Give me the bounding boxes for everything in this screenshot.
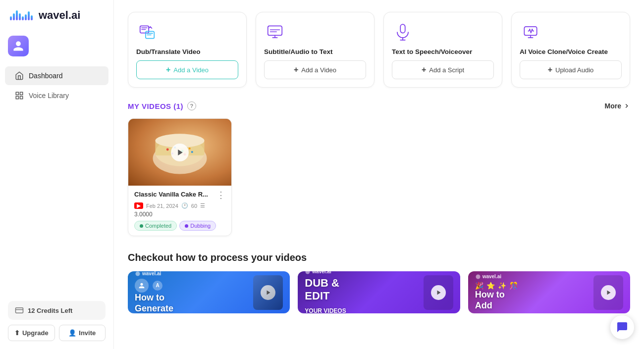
- tutorial-card-add[interactable]: wavel.ai 🎉 ⭐ ✨ 🎊 How toAdd: [468, 271, 630, 313]
- video-date: Feb 21, 2024: [146, 203, 178, 209]
- logo-waves-icon: [10, 10, 33, 20]
- dubbing-dot: [185, 224, 188, 228]
- credits-label: 12 Credits Left: [28, 307, 72, 314]
- subtitle-btn-label: Add a Video: [301, 66, 336, 74]
- my-videos-section-header: MY VIDEOS (1) ? More: [128, 101, 630, 110]
- tts-icon: [392, 21, 414, 43]
- tts-btn[interactable]: + Add a Script: [392, 60, 494, 79]
- wavel-logo-3: wavel.ai: [475, 274, 593, 280]
- svg-rect-3: [16, 97, 18, 99]
- avatar[interactable]: [8, 36, 29, 56]
- play-icon-tutorial-3: [606, 290, 612, 296]
- video-title: Classic Vanilla Cake R...: [134, 191, 208, 198]
- ai-voice-btn[interactable]: + Upload Audio: [520, 60, 622, 79]
- tutorial-card-generate[interactable]: wavel.ai A How toGenerate: [128, 271, 290, 313]
- checkout-title: Checkout how to process your videos: [128, 252, 630, 263]
- tts-btn-label: Add a Script: [429, 66, 464, 74]
- video-duration: 60: [191, 203, 197, 209]
- invite-label: Invite: [79, 329, 96, 337]
- video-meta: ▶ Feb 21, 2024 🕐 60 ☰: [134, 202, 225, 209]
- subtitle-label: Subtitle/Audio to Text: [264, 48, 333, 55]
- svg-marker-27: [607, 290, 610, 295]
- tts-label: Text to Speech/Voiceover: [392, 48, 472, 55]
- upgrade-button[interactable]: ⬆ Upgrade: [8, 325, 55, 341]
- tutorial-3-content: wavel.ai 🎉 ⭐ ✨ 🎊 How toAdd: [475, 274, 593, 311]
- sidebar-bottom: 12 Credits Left ⬆ Upgrade 👤 Invite: [0, 293, 113, 349]
- tool-card-dub-translate: Dub/Translate Video + Add a Video: [128, 12, 247, 88]
- tool-card-subtitle: Subtitle/Audio to Text + Add a Video: [256, 12, 375, 88]
- plus-icon-4: +: [548, 65, 552, 74]
- subtitle-btn[interactable]: + Add a Video: [264, 60, 366, 79]
- avatar-area: [0, 31, 113, 61]
- svg-point-23: [191, 151, 193, 153]
- tutorial-2-content: wavel.ai DUB &EDITYOUR VIDEOS: [305, 271, 423, 313]
- plus-icon-3: +: [422, 65, 426, 74]
- svg-point-17: [166, 149, 169, 151]
- completed-dot: [140, 224, 143, 228]
- chevron-right-icon: [623, 102, 630, 109]
- video-title-row: Classic Vanilla Cake R... ⋮: [134, 191, 225, 199]
- ai-voice-label: AI Voice Clone/Voice Create: [520, 48, 608, 55]
- my-videos-title: MY VIDEOS (1) ?: [128, 101, 196, 110]
- svg-rect-0: [16, 92, 18, 95]
- dub-translate-btn[interactable]: + Add a Video: [136, 60, 238, 79]
- ai-voice-btn-label: Upload Audio: [555, 66, 593, 74]
- plus-icon: +: [166, 65, 170, 74]
- svg-rect-1: [20, 92, 23, 95]
- wavel-logo-1: wavel.ai: [135, 271, 253, 277]
- sidebar-nav: Dashboard Voice Library: [0, 61, 113, 293]
- help-icon[interactable]: ?: [187, 101, 196, 110]
- letter-a-icon: A: [153, 281, 162, 291]
- tool-cards-grid: Dub/Translate Video + Add a Video Subtit…: [128, 12, 630, 88]
- user-icon: [12, 40, 24, 52]
- dub-translate-btn-label: Add a Video: [173, 66, 209, 74]
- tutorial-3-text: How toAdd: [475, 290, 593, 311]
- logo: wavel.ai: [10, 9, 80, 22]
- dub-translate-icon: [136, 21, 158, 43]
- svg-marker-24: [178, 150, 182, 155]
- video-info: Classic Vanilla Cake R... ⋮ ▶ Feb 21, 20…: [128, 186, 231, 236]
- svg-rect-8: [268, 26, 282, 35]
- tutorial-overlay-3: wavel.ai 🎉 ⭐ ✨ 🎊 How toAdd: [468, 271, 630, 313]
- checkout-section: Checkout how to process your videos wave…: [128, 252, 630, 313]
- tag-completed: Completed: [134, 221, 177, 231]
- sidebar-dashboard-label: Dashboard: [29, 72, 63, 80]
- tutorial-card-dub-edit[interactable]: wavel.ai DUB &EDITYOUR VIDEOS: [298, 271, 460, 313]
- logo-text: wavel.ai: [39, 9, 80, 22]
- youtube-badge: ▶: [134, 202, 143, 209]
- invite-button[interactable]: 👤 Invite: [59, 325, 106, 341]
- tool-card-tts: Text to Speech/Voiceover + Add a Script: [383, 12, 502, 88]
- tutorial-2-play-btn[interactable]: [431, 285, 446, 300]
- plus-icon-2: +: [294, 65, 298, 74]
- video-thumbnail: [128, 119, 231, 186]
- main-content: Dub/Translate Video + Add a Video Subtit…: [114, 0, 644, 349]
- chat-bubble-button[interactable]: [610, 315, 634, 339]
- tool-card-ai-voice: AI Voice Clone/Voice Create + Upload Aud…: [511, 12, 630, 88]
- tutorial-grid: wavel.ai A How toGenerate: [128, 271, 630, 313]
- tutorial-3-play-btn[interactable]: [601, 285, 616, 300]
- tutorial-2-thumb: [424, 275, 453, 310]
- credits-icon: [15, 306, 24, 315]
- sidebar-voice-library-label: Voice Library: [29, 92, 69, 100]
- tutorial-3-emoji-row: 🎉 ⭐ ✨ 🎊: [475, 282, 593, 290]
- tutorial-1-icon-row: A: [135, 279, 253, 293]
- video-play-button[interactable]: [171, 144, 189, 161]
- chat-icon: [616, 321, 628, 333]
- svg-rect-9: [400, 24, 405, 33]
- svg-rect-2: [20, 97, 23, 99]
- svg-rect-4: [16, 308, 23, 313]
- credits-box: 12 Credits Left: [8, 301, 106, 320]
- sidebar-item-voice-library[interactable]: Voice Library: [5, 86, 108, 105]
- sidebar-item-dashboard[interactable]: Dashboard: [5, 66, 108, 85]
- play-icon: [176, 149, 184, 156]
- menu-icon-small: ☰: [200, 202, 205, 209]
- more-link[interactable]: More: [605, 102, 630, 110]
- upgrade-icon: ⬆: [14, 329, 20, 337]
- clock-icon: 🕐: [181, 202, 188, 209]
- video-menu-button[interactable]: ⋮: [216, 191, 225, 199]
- grid-icon: [15, 91, 24, 100]
- video-score: 3.0000: [134, 211, 225, 218]
- upgrade-label: Upgrade: [22, 329, 49, 337]
- tutorial-1-text: How toGenerate: [135, 293, 253, 313]
- action-buttons-row: ⬆ Upgrade 👤 Invite: [8, 325, 106, 341]
